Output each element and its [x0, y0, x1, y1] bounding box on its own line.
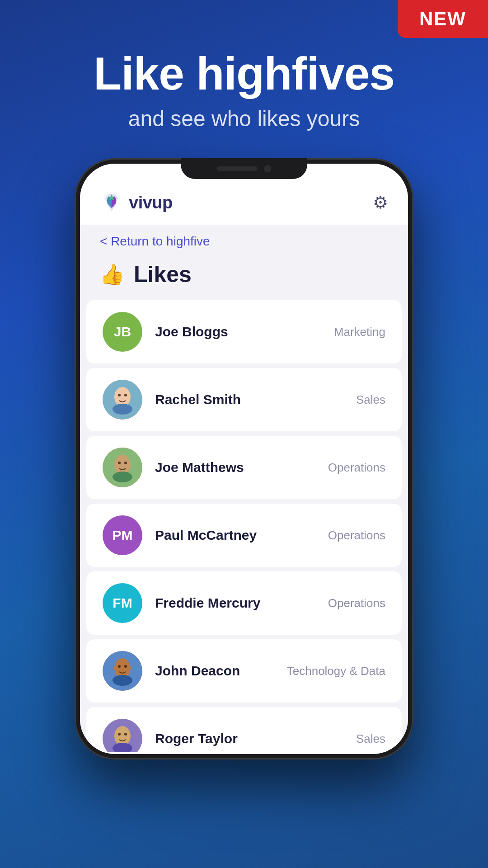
person-department: Sales: [356, 732, 385, 746]
back-link[interactable]: < Return to highfive: [80, 225, 408, 255]
person-name: Roger Taylor: [155, 731, 343, 746]
person-name: Joe Matthews: [155, 460, 315, 475]
svg-point-3: [124, 394, 127, 396]
list-item[interactable]: Rachel Smith Sales: [86, 368, 402, 431]
phone-mockup: vivup ⚙ < Return to highfive 👍 Likes JB …: [75, 158, 413, 760]
notch-camera: [264, 165, 271, 172]
svg-point-17: [118, 733, 121, 736]
list-item[interactable]: JB Joe Bloggs Marketing: [86, 300, 402, 363]
phone-screen: vivup ⚙ < Return to highfive 👍 Likes JB …: [80, 164, 408, 754]
hero-subtitle: and see who likes yours: [0, 106, 488, 131]
app-content: < Return to highfive 👍 Likes JB Joe Blog…: [80, 225, 408, 752]
svg-point-14: [113, 675, 132, 686]
list-item[interactable]: FM Freddie Mercury Operations: [86, 571, 402, 635]
page-title: Likes: [134, 261, 192, 288]
avatar: PM: [103, 515, 142, 555]
vivup-logo-text: vivup: [129, 193, 173, 212]
avatar: [103, 719, 142, 752]
person-name: Rachel Smith: [155, 392, 343, 407]
list-item[interactable]: John Deacon Technology & Data: [86, 639, 402, 703]
notch-speaker: [217, 166, 258, 171]
avatar: FM: [103, 583, 142, 623]
avatar: JB: [103, 312, 142, 352]
thumbsup-icon: 👍: [100, 263, 125, 286]
svg-point-4: [113, 404, 132, 415]
person-name: Paul McCartney: [155, 528, 315, 543]
gear-icon[interactable]: ⚙: [373, 193, 388, 212]
vivup-logo-icon: [100, 191, 123, 214]
svg-point-18: [124, 733, 127, 736]
list-item[interactable]: PM Paul McCartney Operations: [86, 504, 402, 567]
svg-point-8: [124, 462, 127, 464]
avatar: [103, 651, 142, 691]
person-name: Joe Bloggs: [155, 324, 321, 340]
person-department: Operations: [328, 528, 385, 542]
phone-notch: [181, 158, 307, 179]
person-department: Technology & Data: [287, 664, 385, 678]
hero-title: Like highfives: [0, 50, 488, 98]
list-item[interactable]: Roger Taylor Sales: [86, 707, 402, 752]
person-name: Freddie Mercury: [155, 595, 315, 611]
svg-point-2: [118, 394, 121, 396]
person-department: Marketing: [334, 325, 385, 339]
person-department: Operations: [328, 461, 385, 475]
avatar: [103, 448, 142, 487]
list-item[interactable]: Joe Matthews Operations: [86, 436, 402, 499]
new-badge: NEW: [398, 0, 488, 38]
svg-point-9: [113, 472, 132, 482]
page-header: 👍 Likes: [80, 255, 408, 300]
svg-point-13: [124, 665, 127, 668]
avatar: [103, 380, 142, 420]
likes-list: JB Joe Bloggs Marketing Rachel Smith Sal…: [80, 300, 408, 752]
person-department: Operations: [328, 596, 385, 610]
vivup-logo: vivup: [100, 191, 173, 214]
svg-point-12: [118, 665, 121, 668]
svg-point-7: [118, 462, 121, 464]
person-department: Sales: [356, 393, 385, 407]
person-name: John Deacon: [155, 663, 274, 679]
